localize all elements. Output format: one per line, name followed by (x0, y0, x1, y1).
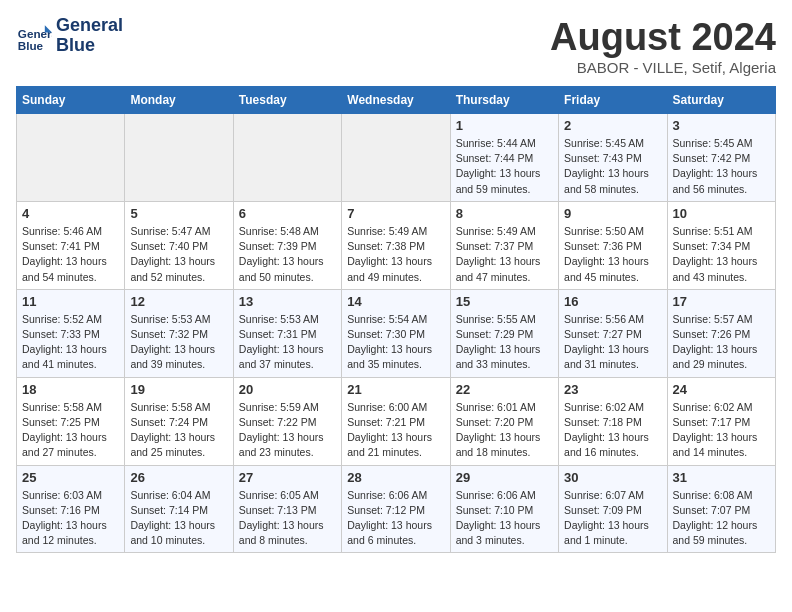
logo: General Blue General Blue (16, 16, 123, 56)
svg-text:Blue: Blue (18, 38, 44, 51)
logo-line1: General (56, 16, 123, 36)
day-info: Sunrise: 6:02 AMSunset: 7:17 PMDaylight:… (673, 400, 770, 461)
calendar-day-cell: 16Sunrise: 5:56 AMSunset: 7:27 PMDayligh… (559, 289, 667, 377)
day-number: 27 (239, 470, 336, 485)
day-info: Sunrise: 5:48 AMSunset: 7:39 PMDaylight:… (239, 224, 336, 285)
weekday-header-row: SundayMondayTuesdayWednesdayThursdayFrid… (17, 87, 776, 114)
calendar-day-cell: 2Sunrise: 5:45 AMSunset: 7:43 PMDaylight… (559, 114, 667, 202)
weekday-header-cell: Wednesday (342, 87, 450, 114)
day-info: Sunrise: 6:05 AMSunset: 7:13 PMDaylight:… (239, 488, 336, 549)
month-year: August 2024 (550, 16, 776, 59)
calendar-body: 1Sunrise: 5:44 AMSunset: 7:44 PMDaylight… (17, 114, 776, 553)
logo-icon: General Blue (16, 18, 52, 54)
calendar-day-cell (342, 114, 450, 202)
weekday-header-cell: Monday (125, 87, 233, 114)
title-area: August 2024 BABOR - VILLE, Setif, Algeri… (550, 16, 776, 76)
day-info: Sunrise: 6:02 AMSunset: 7:18 PMDaylight:… (564, 400, 661, 461)
day-info: Sunrise: 5:53 AMSunset: 7:32 PMDaylight:… (130, 312, 227, 373)
day-number: 25 (22, 470, 119, 485)
day-info: Sunrise: 5:52 AMSunset: 7:33 PMDaylight:… (22, 312, 119, 373)
day-info: Sunrise: 5:57 AMSunset: 7:26 PMDaylight:… (673, 312, 770, 373)
calendar-day-cell: 25Sunrise: 6:03 AMSunset: 7:16 PMDayligh… (17, 465, 125, 553)
day-number: 10 (673, 206, 770, 221)
calendar-day-cell: 9Sunrise: 5:50 AMSunset: 7:36 PMDaylight… (559, 201, 667, 289)
calendar-day-cell: 8Sunrise: 5:49 AMSunset: 7:37 PMDaylight… (450, 201, 558, 289)
day-number: 7 (347, 206, 444, 221)
calendar-day-cell: 26Sunrise: 6:04 AMSunset: 7:14 PMDayligh… (125, 465, 233, 553)
calendar-table: SundayMondayTuesdayWednesdayThursdayFrid… (16, 86, 776, 553)
calendar-day-cell: 24Sunrise: 6:02 AMSunset: 7:17 PMDayligh… (667, 377, 775, 465)
calendar-day-cell: 11Sunrise: 5:52 AMSunset: 7:33 PMDayligh… (17, 289, 125, 377)
calendar-day-cell (125, 114, 233, 202)
day-number: 8 (456, 206, 553, 221)
calendar-day-cell: 3Sunrise: 5:45 AMSunset: 7:42 PMDaylight… (667, 114, 775, 202)
day-number: 28 (347, 470, 444, 485)
day-info: Sunrise: 6:03 AMSunset: 7:16 PMDaylight:… (22, 488, 119, 549)
day-info: Sunrise: 6:06 AMSunset: 7:10 PMDaylight:… (456, 488, 553, 549)
calendar-day-cell: 31Sunrise: 6:08 AMSunset: 7:07 PMDayligh… (667, 465, 775, 553)
day-info: Sunrise: 5:56 AMSunset: 7:27 PMDaylight:… (564, 312, 661, 373)
day-number: 24 (673, 382, 770, 397)
day-number: 21 (347, 382, 444, 397)
day-info: Sunrise: 5:59 AMSunset: 7:22 PMDaylight:… (239, 400, 336, 461)
day-info: Sunrise: 6:00 AMSunset: 7:21 PMDaylight:… (347, 400, 444, 461)
day-number: 29 (456, 470, 553, 485)
header: General Blue General Blue August 2024 BA… (16, 16, 776, 76)
calendar-day-cell: 22Sunrise: 6:01 AMSunset: 7:20 PMDayligh… (450, 377, 558, 465)
calendar-day-cell: 7Sunrise: 5:49 AMSunset: 7:38 PMDaylight… (342, 201, 450, 289)
day-number: 20 (239, 382, 336, 397)
calendar-day-cell: 5Sunrise: 5:47 AMSunset: 7:40 PMDaylight… (125, 201, 233, 289)
weekday-header-cell: Tuesday (233, 87, 341, 114)
calendar-day-cell (233, 114, 341, 202)
calendar-week-row: 11Sunrise: 5:52 AMSunset: 7:33 PMDayligh… (17, 289, 776, 377)
day-info: Sunrise: 5:47 AMSunset: 7:40 PMDaylight:… (130, 224, 227, 285)
day-number: 22 (456, 382, 553, 397)
day-number: 26 (130, 470, 227, 485)
day-number: 23 (564, 382, 661, 397)
calendar-week-row: 1Sunrise: 5:44 AMSunset: 7:44 PMDaylight… (17, 114, 776, 202)
day-number: 9 (564, 206, 661, 221)
calendar-day-cell (17, 114, 125, 202)
day-info: Sunrise: 5:51 AMSunset: 7:34 PMDaylight:… (673, 224, 770, 285)
day-number: 31 (673, 470, 770, 485)
day-info: Sunrise: 6:01 AMSunset: 7:20 PMDaylight:… (456, 400, 553, 461)
calendar-day-cell: 27Sunrise: 6:05 AMSunset: 7:13 PMDayligh… (233, 465, 341, 553)
day-info: Sunrise: 5:53 AMSunset: 7:31 PMDaylight:… (239, 312, 336, 373)
day-info: Sunrise: 5:55 AMSunset: 7:29 PMDaylight:… (456, 312, 553, 373)
day-number: 16 (564, 294, 661, 309)
day-number: 2 (564, 118, 661, 133)
day-info: Sunrise: 6:08 AMSunset: 7:07 PMDaylight:… (673, 488, 770, 549)
day-info: Sunrise: 5:58 AMSunset: 7:24 PMDaylight:… (130, 400, 227, 461)
calendar-day-cell: 13Sunrise: 5:53 AMSunset: 7:31 PMDayligh… (233, 289, 341, 377)
day-info: Sunrise: 5:54 AMSunset: 7:30 PMDaylight:… (347, 312, 444, 373)
weekday-header-cell: Sunday (17, 87, 125, 114)
day-info: Sunrise: 5:49 AMSunset: 7:38 PMDaylight:… (347, 224, 444, 285)
day-number: 18 (22, 382, 119, 397)
day-number: 19 (130, 382, 227, 397)
calendar-day-cell: 4Sunrise: 5:46 AMSunset: 7:41 PMDaylight… (17, 201, 125, 289)
calendar-day-cell: 28Sunrise: 6:06 AMSunset: 7:12 PMDayligh… (342, 465, 450, 553)
weekday-header-cell: Friday (559, 87, 667, 114)
day-info: Sunrise: 5:58 AMSunset: 7:25 PMDaylight:… (22, 400, 119, 461)
day-info: Sunrise: 6:07 AMSunset: 7:09 PMDaylight:… (564, 488, 661, 549)
day-info: Sunrise: 5:45 AMSunset: 7:42 PMDaylight:… (673, 136, 770, 197)
logo-line2: Blue (56, 36, 123, 56)
day-info: Sunrise: 5:46 AMSunset: 7:41 PMDaylight:… (22, 224, 119, 285)
weekday-header-cell: Saturday (667, 87, 775, 114)
day-number: 3 (673, 118, 770, 133)
day-number: 12 (130, 294, 227, 309)
logo-text: General Blue (56, 16, 123, 56)
day-info: Sunrise: 5:50 AMSunset: 7:36 PMDaylight:… (564, 224, 661, 285)
day-info: Sunrise: 6:04 AMSunset: 7:14 PMDaylight:… (130, 488, 227, 549)
day-number: 4 (22, 206, 119, 221)
day-number: 6 (239, 206, 336, 221)
day-number: 11 (22, 294, 119, 309)
calendar-week-row: 18Sunrise: 5:58 AMSunset: 7:25 PMDayligh… (17, 377, 776, 465)
calendar-day-cell: 30Sunrise: 6:07 AMSunset: 7:09 PMDayligh… (559, 465, 667, 553)
calendar-day-cell: 12Sunrise: 5:53 AMSunset: 7:32 PMDayligh… (125, 289, 233, 377)
day-number: 13 (239, 294, 336, 309)
day-info: Sunrise: 6:06 AMSunset: 7:12 PMDaylight:… (347, 488, 444, 549)
calendar-header: SundayMondayTuesdayWednesdayThursdayFrid… (17, 87, 776, 114)
day-info: Sunrise: 5:44 AMSunset: 7:44 PMDaylight:… (456, 136, 553, 197)
calendar-day-cell: 10Sunrise: 5:51 AMSunset: 7:34 PMDayligh… (667, 201, 775, 289)
